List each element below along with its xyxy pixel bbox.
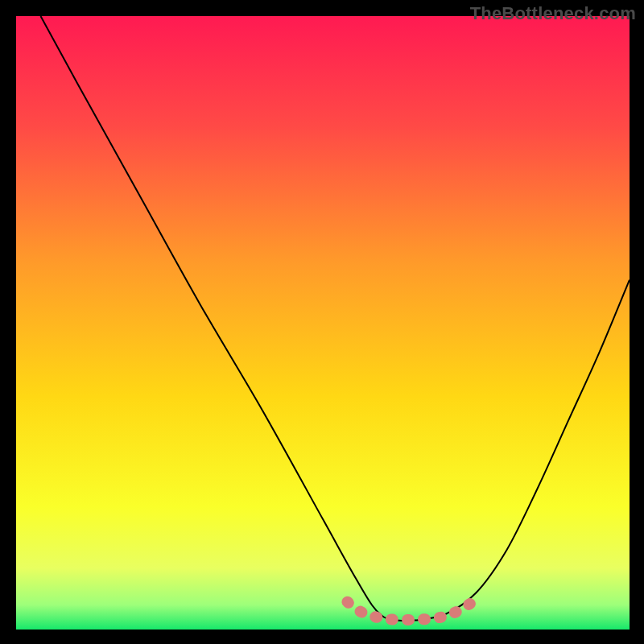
chart-frame: TheBottleneck.com [0, 0, 644, 644]
plot-area [16, 16, 630, 630]
gradient-background [16, 16, 630, 630]
plot-svg [16, 16, 630, 630]
watermark-text: TheBottleneck.com [470, 3, 636, 24]
